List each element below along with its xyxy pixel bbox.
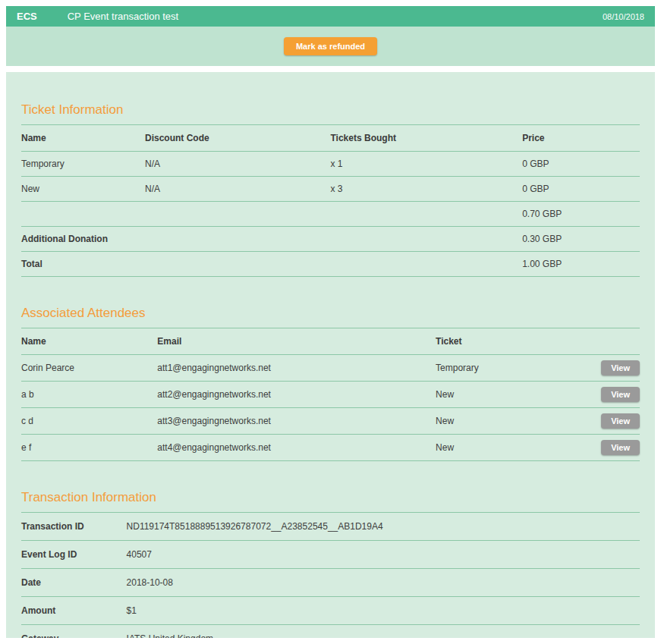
ticket-bought-cell: x 3 — [331, 177, 523, 202]
ticket-bought-cell — [331, 202, 523, 227]
table-row: Transaction ID ND119174T8518889513926787… — [21, 513, 640, 541]
top-bar: ECS CP Event transaction test 08/10/2018 — [6, 6, 655, 27]
gateway-value: IATS United Kingdom — [127, 625, 640, 639]
app-name: ECS — [17, 11, 37, 22]
action-band: Mark as refunded — [6, 27, 655, 66]
view-attendee-button[interactable]: View — [601, 387, 640, 402]
ticket-discount-cell — [145, 252, 331, 277]
ticket-bought-cell — [331, 252, 523, 277]
column-header-name: Name — [21, 125, 145, 152]
date-label: Date — [21, 569, 127, 597]
attendee-actions-cell: View — [584, 435, 640, 461]
attendee-email-cell: att2@engagingnetworks.net — [157, 382, 436, 408]
attendee-name-cell: c d — [21, 408, 157, 435]
attendee-name-cell: e f — [21, 435, 157, 461]
attendee-actions-cell: View — [584, 408, 640, 435]
event-log-id-value: 40507 — [127, 541, 640, 569]
column-header-name: Name — [21, 328, 157, 355]
table-row: Total 1.00 GBP — [21, 252, 640, 277]
transaction-table: Transaction ID ND119174T8518889513926787… — [21, 513, 640, 638]
transaction-information-section: Transaction Information Transaction ID N… — [21, 490, 640, 638]
ticket-discount-cell — [145, 202, 331, 227]
ticket-bought-cell — [331, 227, 523, 252]
column-header-ticket: Ticket — [436, 328, 584, 355]
table-row: Gateway IATS United Kingdom — [21, 625, 640, 639]
ticket-price-cell: 0 GBP — [522, 177, 640, 202]
column-header-tickets-bought: Tickets Bought — [331, 125, 523, 152]
table-row: New N/A x 3 0 GBP — [21, 177, 640, 202]
ticket-table-header-row: Name Discount Code Tickets Bought Price — [21, 125, 640, 152]
content-area: Ticket Information Name Discount Code Ti… — [6, 72, 655, 638]
amount-value: $1 — [127, 597, 640, 625]
view-attendee-button[interactable]: View — [601, 360, 640, 375]
ticket-table: Name Discount Code Tickets Bought Price … — [21, 125, 640, 277]
ticket-discount-cell: N/A — [145, 177, 331, 202]
ticket-price-cell: 0 GBP — [522, 152, 640, 177]
page-title: CP Event transaction test — [68, 11, 603, 22]
ticket-discount-cell: N/A — [145, 152, 331, 177]
attendee-ticket-cell: New — [436, 408, 584, 435]
ticket-price-cell: 1.00 GBP — [522, 252, 640, 277]
main-panel: ECS CP Event transaction test 08/10/2018… — [6, 6, 655, 638]
header-date: 08/10/2018 — [603, 12, 644, 21]
ticket-name-cell: Additional Donation — [21, 227, 145, 252]
table-row: e f att4@engagingnetworks.net New View — [21, 435, 640, 461]
band-divider — [6, 66, 655, 72]
table-row: Corin Pearce att1@engagingnetworks.net T… — [21, 355, 640, 382]
attendee-email-cell: att3@engagingnetworks.net — [157, 408, 436, 435]
ticket-information-section: Ticket Information Name Discount Code Ti… — [21, 102, 640, 277]
attendee-ticket-cell: New — [436, 382, 584, 408]
ticket-bought-cell: x 1 — [331, 152, 523, 177]
column-header-discount-code: Discount Code — [145, 125, 331, 152]
table-row: 0.70 GBP — [21, 202, 640, 227]
view-attendee-button[interactable]: View — [601, 413, 640, 429]
gateway-label: Gateway — [21, 625, 127, 639]
attendee-actions-cell: View — [584, 382, 640, 408]
ticket-price-cell: 0.30 GBP — [522, 227, 640, 252]
event-log-id-label: Event Log ID — [21, 541, 127, 569]
amount-label: Amount — [21, 597, 127, 625]
associated-attendees-section: Associated Attendees Name Email Ticket — [21, 306, 640, 461]
column-header-actions — [584, 328, 640, 355]
page: ECS CP Event transaction test 08/10/2018… — [0, 0, 661, 644]
associated-attendees-heading: Associated Attendees — [21, 306, 640, 328]
mark-as-refunded-button[interactable]: Mark as refunded — [284, 37, 377, 55]
attendee-table: Name Email Ticket Corin Pearce att1@enga… — [21, 328, 640, 461]
table-row: Additional Donation 0.30 GBP — [21, 227, 640, 252]
column-header-price: Price — [522, 125, 640, 152]
table-row: Amount $1 — [21, 597, 640, 625]
attendee-table-header-row: Name Email Ticket — [21, 328, 640, 355]
ticket-name-cell: New — [21, 177, 145, 202]
attendee-name-cell: Corin Pearce — [21, 355, 157, 382]
ticket-name-cell: Temporary — [21, 152, 145, 177]
transaction-id-label: Transaction ID — [21, 513, 127, 541]
table-row: Date 2018-10-08 — [21, 569, 640, 597]
column-header-email: Email — [157, 328, 436, 355]
table-row: Event Log ID 40507 — [21, 541, 640, 569]
attendee-email-cell: att4@engagingnetworks.net — [157, 435, 436, 461]
ticket-name-cell: Total — [21, 252, 145, 277]
transaction-information-heading: Transaction Information — [21, 490, 640, 513]
ticket-price-cell: 0.70 GBP — [522, 202, 640, 227]
attendee-actions-cell: View — [584, 355, 640, 382]
ticket-name-cell — [21, 202, 145, 227]
table-row: c d att3@engagingnetworks.net New View — [21, 408, 640, 435]
table-row: Temporary N/A x 1 0 GBP — [21, 152, 640, 177]
ticket-discount-cell — [145, 227, 331, 252]
attendee-name-cell: a b — [21, 382, 157, 408]
view-attendee-button[interactable]: View — [601, 440, 640, 455]
attendee-ticket-cell: Temporary — [436, 355, 584, 382]
table-row: a b att2@engagingnetworks.net New View — [21, 382, 640, 408]
attendee-ticket-cell: New — [436, 435, 584, 461]
ticket-information-heading: Ticket Information — [21, 102, 640, 125]
attendee-email-cell: att1@engagingnetworks.net — [157, 355, 436, 382]
date-value: 2018-10-08 — [127, 569, 640, 597]
transaction-id-value: ND119174T8518889513926787072__A23852545_… — [127, 513, 640, 541]
